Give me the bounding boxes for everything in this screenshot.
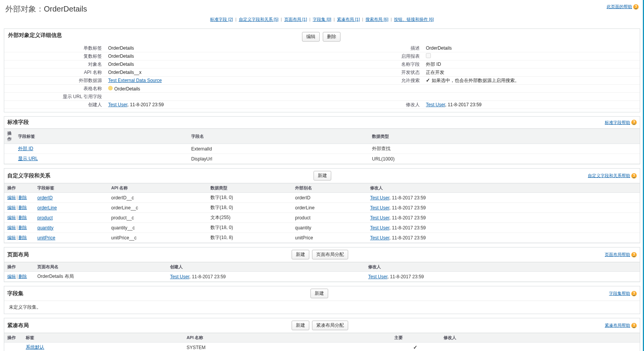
detail-value: OrderDetails bbox=[107, 53, 322, 59]
delete-link[interactable]: 删除 bbox=[18, 205, 27, 210]
column-header: 数据类型 bbox=[207, 184, 292, 193]
help-icon: ? bbox=[631, 252, 637, 257]
standard-fields-table: 操作字段标签字段名数据类型外部 IDExternalId外部查找显示 URLDi… bbox=[4, 129, 640, 164]
edit-link[interactable]: 编辑 bbox=[7, 195, 16, 200]
compact-layout-link[interactable]: 系统默认 bbox=[26, 344, 44, 350]
detail-row: 开发状态正在开发 bbox=[322, 69, 640, 77]
user-link[interactable]: Test User bbox=[170, 274, 189, 279]
help-icon: ? bbox=[631, 173, 637, 179]
delete-link[interactable]: 删除 bbox=[18, 215, 27, 220]
user-link[interactable]: Test User bbox=[370, 235, 389, 241]
detail-row: 外部数据源Test External Data Source bbox=[4, 77, 322, 85]
detail-row bbox=[322, 85, 640, 93]
anchor-link[interactable]: 紧凑布局 [1] bbox=[337, 17, 360, 22]
check-icon: ✓ bbox=[413, 344, 417, 350]
delete-button[interactable]: 删除 bbox=[323, 32, 340, 42]
page-layout-assign-button[interactable]: 页面布局分配 bbox=[312, 250, 348, 259]
user-link[interactable]: Test User bbox=[370, 225, 389, 231]
new-fieldset-button[interactable]: 新建 bbox=[310, 289, 328, 298]
user-link[interactable]: Test User bbox=[370, 205, 389, 211]
field-label-link[interactable]: unitPrice bbox=[37, 235, 55, 241]
detail-row: 启用报表 bbox=[322, 52, 640, 60]
edit-button[interactable]: 编辑 bbox=[302, 32, 320, 42]
detail-link[interactable]: Test User bbox=[108, 102, 127, 107]
table-row: 编辑|删除OrderDetails 布局Test User, 11-8-2017… bbox=[4, 272, 640, 282]
edit-link[interactable]: 编辑 bbox=[7, 274, 16, 279]
edit-link[interactable]: 编辑 bbox=[7, 205, 16, 210]
user-link[interactable]: Test User bbox=[370, 195, 389, 201]
anchor-link[interactable]: 按钮、链接和操作 [6] bbox=[394, 17, 434, 22]
edit-link[interactable]: 编辑 bbox=[7, 235, 16, 240]
delete-link[interactable]: 删除 bbox=[18, 195, 27, 200]
help-icon: ? bbox=[631, 291, 637, 296]
detail-value: OrderDetails bbox=[107, 86, 322, 92]
edit-link[interactable]: 编辑 bbox=[7, 225, 16, 230]
check-icon: ✓ bbox=[426, 77, 430, 83]
field-label-link[interactable]: orderID bbox=[37, 195, 53, 201]
compact-layouts-section: 紧凑布局 新建 紧凑布局分配 紧凑布局帮助? 操作标签API 名称主要修改人系统… bbox=[4, 318, 640, 351]
new-compact-layout-button[interactable]: 新建 bbox=[292, 321, 309, 330]
table-row: 显示 URLDisplayUrlURL(1000) bbox=[4, 154, 640, 164]
page-title: 外部对象：OrderDetails bbox=[5, 4, 87, 14]
page-layouts-section: 页面布局 新建 页面布局分配 页面布局帮助? 操作页面布局名创建人修改人编辑|删… bbox=[4, 247, 640, 282]
detail-link[interactable]: Test External Data Source bbox=[108, 78, 162, 83]
edit-link[interactable]: 编辑 bbox=[7, 215, 16, 220]
detail-value bbox=[425, 53, 640, 59]
detail-value: OrderDetails bbox=[425, 45, 640, 51]
page-layouts-help[interactable]: 页面布局帮助? bbox=[605, 252, 637, 257]
delete-link[interactable]: 删除 bbox=[18, 225, 27, 230]
anchor-link[interactable]: 自定义字段和关系 [5] bbox=[239, 17, 279, 22]
page-help-link[interactable]: 此页面的帮助 ? bbox=[607, 4, 639, 10]
page-help-text: 此页面的帮助 bbox=[607, 4, 632, 10]
custom-fields-help[interactable]: 自定义字段和关系帮助? bbox=[588, 173, 637, 179]
field-label-link[interactable]: product bbox=[37, 215, 53, 221]
table-row: 外部 IDExternalId外部查找 bbox=[4, 144, 640, 154]
column-header: 操作 bbox=[4, 184, 34, 193]
column-header: 主要 bbox=[391, 333, 440, 343]
anchor-link[interactable]: 标准字段 [2] bbox=[210, 17, 233, 22]
detail-link[interactable]: Test User bbox=[426, 102, 445, 107]
field-label-link[interactable]: 外部 ID bbox=[18, 146, 33, 151]
column-header: 字段名 bbox=[188, 129, 369, 144]
anchor-link[interactable]: 搜索布局 [6] bbox=[365, 17, 388, 22]
field-label-link[interactable]: quantity bbox=[37, 225, 53, 231]
field-label-link[interactable]: 显示 URL bbox=[18, 156, 38, 161]
anchor-link[interactable]: 字段集 [0] bbox=[313, 17, 331, 22]
user-link[interactable]: Test User bbox=[368, 274, 387, 279]
detail-value: 外部 ID bbox=[425, 61, 640, 68]
column-header: 字段标签 bbox=[34, 184, 108, 193]
detail-label: 修改人 bbox=[322, 102, 425, 108]
table-row: 编辑|删除quantityquantity__c数字(18, 0)quantit… bbox=[4, 223, 640, 233]
field-label-link[interactable]: orderLine bbox=[37, 205, 57, 211]
column-header: 外部别名 bbox=[292, 184, 367, 193]
fieldsets-title: 字段集 bbox=[7, 290, 23, 297]
column-header: 创建人 bbox=[167, 262, 365, 272]
delete-link[interactable]: 删除 bbox=[18, 274, 27, 279]
detail-label: 名称字段 bbox=[322, 61, 425, 68]
delete-link[interactable]: 删除 bbox=[18, 235, 27, 240]
page-title-prefix: 外部对象： bbox=[5, 5, 44, 13]
custom-fields-table: 操作字段标签API 名称数据类型外部别名修改人编辑|删除orderIDorder… bbox=[4, 183, 640, 243]
detail-value: ✓如果选中，也会在外部数据源上启用搜索。 bbox=[425, 77, 640, 84]
page-title-text: OrderDetails bbox=[44, 5, 87, 13]
table-row: 编辑|删除orderIDorderID__c数字(18, 0)orderIDTe… bbox=[4, 193, 640, 203]
detail-value: OrderDetails__x bbox=[107, 70, 322, 75]
anchor-link[interactable]: 页面布局 [1] bbox=[284, 17, 307, 22]
column-header: 字段标签 bbox=[15, 129, 188, 144]
detail-row: 修改人Test User, 11-8-2017 23:59 bbox=[322, 101, 640, 109]
detail-row: 对象名OrderDetails bbox=[4, 60, 322, 69]
fieldsets-help[interactable]: 字段集帮助? bbox=[609, 291, 637, 296]
compact-layout-assign-button[interactable]: 紧凑布局分配 bbox=[312, 321, 348, 330]
detail-row: API 名称OrderDetails__x bbox=[4, 69, 322, 77]
new-page-layout-button[interactable]: 新建 bbox=[292, 250, 309, 259]
detail-label: 单数标签 bbox=[4, 45, 107, 52]
standard-fields-help[interactable]: 标准字段帮助? bbox=[605, 120, 637, 125]
compact-layouts-table: 操作标签API 名称主要修改人系统默认SYSTEM✓ bbox=[4, 333, 640, 351]
column-header: API 名称 bbox=[184, 333, 391, 343]
detail-row: 描述OrderDetails bbox=[322, 44, 640, 52]
user-link[interactable]: Test User bbox=[370, 215, 389, 221]
help-icon: ? bbox=[631, 120, 637, 125]
compact-layouts-help[interactable]: 紧凑布局帮助? bbox=[605, 323, 637, 328]
new-custom-field-button[interactable]: 新建 bbox=[314, 171, 331, 181]
help-icon: ? bbox=[631, 323, 637, 328]
